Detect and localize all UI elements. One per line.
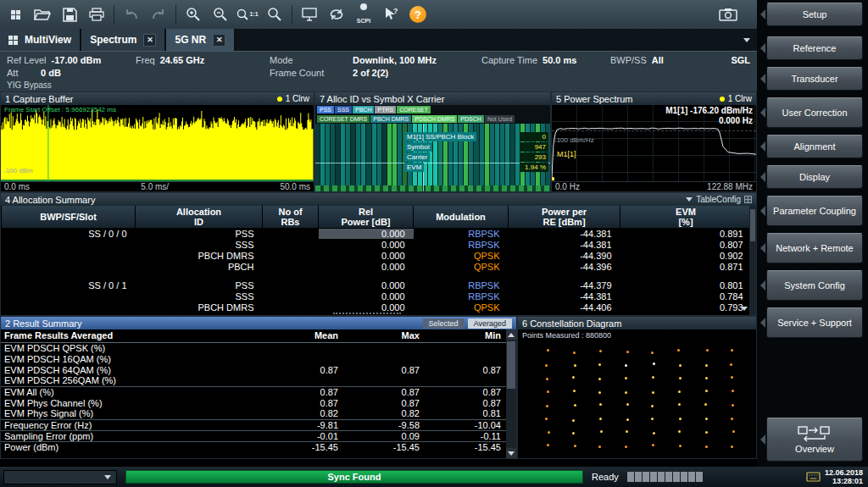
alloc-map-header[interactable]: 7 Alloc ID vs Symbol X Carrier [315, 92, 550, 105]
result-row-power-dbm[interactable]: Power (dBm)-15.45-15.45-15.45 [1, 441, 506, 452]
marker-row-label: M1[1] SS/PBCH Block [404, 132, 476, 141]
alloc-map-plot[interactable]: M1[1] SS/PBCH Block0 Symbol947 Carrier29… [315, 124, 550, 191]
result-row-evm-all[interactable]: EVM All (%)0.870.870.87 [1, 386, 506, 397]
col-evm[interactable]: EVM [%] [620, 206, 752, 228]
softkey-setup[interactable]: Setup [766, 3, 863, 26]
softkey-display[interactable]: Display [766, 165, 863, 189]
allocation-row[interactable]: SSS0.000RBPSK-44.3810.784 [2, 291, 752, 302]
constellation-header[interactable]: 6 Constellation Diagram [518, 317, 756, 329]
camera-icon[interactable] [715, 3, 741, 26]
undo-icon[interactable] [119, 3, 144, 26]
capture-buffer-header[interactable]: 1 Capture Buffer 1 Clrw [1, 92, 314, 105]
frame-count-setting[interactable]: Frame Count2 of 2(2) [270, 68, 481, 78]
allocation-row[interactable]: SS / 0 / 1PSS0.000RBPSK-44.3790.801 [2, 279, 752, 291]
softkey-parameter-coupling[interactable]: Parameter Coupling [766, 196, 863, 226]
tab-spectrum[interactable]: Spectrum ✕ [81, 29, 166, 51]
att-setting[interactable]: Att0 dB [7, 68, 136, 78]
vertical-scrollbar[interactable] [506, 329, 516, 458]
sweep-mode-badge: SGL [731, 55, 750, 65]
context-help-icon[interactable]: ? [378, 3, 403, 26]
allocation-row[interactable]: SS / 0 / 0PSS0.000RBPSK-44.3810.891 [2, 228, 752, 239]
softkey-alignment[interactable]: Alignment [766, 135, 863, 158]
allocation-cell: PSS [136, 279, 263, 291]
result-row-sampling-error-ppm[interactable]: Sampling Error (ppm)-0.010.09-0.11 [1, 430, 506, 441]
tab-overflow-button[interactable] [737, 29, 757, 51]
freq-setting[interactable]: Freq24.65 GHz [136, 55, 270, 65]
softkey-network-remote[interactable]: Network + Remote [766, 233, 863, 263]
scroll-up-button[interactable] [506, 329, 516, 340]
power-spectrum-plot[interactable]: M1[1] -176.20 dBm/Hz 0.000 Hz -100 dBm/H… [552, 105, 756, 191]
tab-multiview[interactable]: MultiView [0, 29, 81, 51]
table-config-button[interactable]: TableConfig [686, 195, 752, 204]
col-power-per-re[interactable]: Power per RE [dBm] [509, 206, 620, 228]
view-tab-averaged[interactable]: Averaged [468, 318, 512, 329]
refresh-icon[interactable] [324, 3, 349, 26]
status-dropdown[interactable] [3, 470, 117, 484]
horizontal-scroll-indicator[interactable] [333, 313, 401, 314]
constellation-plot[interactable]: Points Measured : 880800 [518, 329, 756, 458]
vertical-scrollbar[interactable] [749, 206, 756, 315]
softkey-overview[interactable]: Overview [766, 418, 863, 462]
col-allocation-id[interactable]: Allocation ID [136, 206, 263, 228]
redo-icon[interactable] [146, 3, 171, 26]
display-icon[interactable] [297, 3, 322, 26]
softkey-reference[interactable]: Reference [766, 36, 863, 60]
result-row-evm-pdsch-qpsk[interactable]: EVM PDSCH QPSK (%) [1, 342, 506, 353]
zoom-search-icon[interactable] [262, 3, 287, 26]
allocation-cell: -44.381 [509, 228, 620, 239]
capture-time-setting[interactable]: Capture Time50.0 ms [481, 55, 610, 65]
col-bwp-sf-slot[interactable]: BWP/SF/Slot [2, 206, 136, 228]
panel-title: 7 Alloc ID vs Symbol X Carrier [320, 94, 444, 104]
help-icon[interactable]: ? [405, 3, 431, 26]
marker-row-label: Symbol [404, 142, 432, 152]
allocation-row[interactable]: PBCH DMRS0.000QPSK-44.3900.902 [2, 250, 752, 261]
bwp-setting[interactable]: BWP/SSAll [610, 55, 712, 65]
softkey-label: Overview [795, 444, 834, 455]
constellation-point [598, 363, 601, 366]
result-row-frequency-error-hz[interactable]: Frequency Error (Hz)-9.81-9.58-10.04 [1, 419, 506, 430]
result-row-evm-pdsch-256qam[interactable]: EVM PDSCH 256QAM (%) [1, 375, 506, 386]
result-row-evm-pdsch-16qam[interactable]: EVM PDSCH 16QAM (%) [1, 353, 506, 364]
mode-setting[interactable]: ModeDownlink, 100 MHz [270, 55, 481, 65]
softkey-service-support[interactable]: Service + Support [766, 307, 863, 338]
result-summary-header[interactable]: 2 Result Summary Selected Averaged [1, 317, 516, 329]
view-tab-selected[interactable]: Selected [423, 318, 465, 329]
allocation-cell [263, 291, 319, 302]
softkey-transducer[interactable]: Transducer [766, 67, 863, 91]
result-row-evm-phys-signal[interactable]: EVM Phys Signal (%)0.820.820.81 [1, 408, 506, 419]
allocation-summary-header[interactable]: 4 Allocation Summary TableConfig [1, 193, 756, 206]
close-icon[interactable]: ✕ [143, 34, 156, 47]
constellation-point [652, 376, 654, 379]
capture-buffer-plot[interactable]: Frame Start Offset : 5.966923542 ms -100… [1, 105, 314, 191]
result-row-evm-pdsch-64qam[interactable]: EVM PDSCH 64QAM (%)0.870.870.87 [1, 364, 506, 375]
tab-5g-nr[interactable]: 5G NR ✕ [166, 29, 236, 51]
result-row-evm-phys-channel[interactable]: EVM Phys Channel (%)0.870.870.87 [1, 397, 506, 408]
power-spectrum-header[interactable]: 5 Power Spectrum 1 Clrw [552, 92, 756, 105]
scpi-recorder-icon[interactable]: SCPI [351, 3, 376, 26]
softkey-user-correction[interactable]: User Correction [766, 97, 863, 128]
scroll-down-button[interactable] [506, 448, 516, 458]
close-icon[interactable]: ✕ [213, 34, 225, 47]
col-no-of-rbs[interactable]: No of RBs [263, 206, 319, 228]
allocation-cell: 0.000 [319, 239, 414, 250]
windows-logo-icon[interactable] [3, 3, 28, 26]
allocation-row[interactable]: PBCH0.000QPSK-44.3960.871 [2, 261, 752, 272]
allocation-row[interactable]: PBCH DMRS0.000QPSK-44.4060.793 [2, 302, 752, 313]
scroll-down-indicator[interactable] [741, 299, 748, 314]
zoom-reset-icon[interactable] [208, 3, 233, 26]
open-folder-icon[interactable] [30, 3, 55, 26]
scrollbar-thumb[interactable] [507, 341, 515, 389]
zoom-area-icon[interactable] [181, 3, 206, 26]
col-rel-power[interactable]: Rel Power [dB] [319, 206, 414, 228]
softkey-system-config[interactable]: System Config [766, 270, 863, 301]
print-icon[interactable] [84, 3, 109, 26]
save-icon[interactable] [57, 3, 82, 26]
scrollbar-thumb[interactable] [750, 209, 755, 241]
clock-block[interactable]: 12.06.2018 13:28:01 [806, 468, 865, 485]
scrollbar-track[interactable] [506, 340, 516, 448]
col-modulation[interactable]: Modulation [414, 206, 509, 228]
zoom-one-to-one-icon[interactable]: 1:1 [235, 3, 260, 26]
ref-level-setting[interactable]: Ref Level-17.00 dBm [7, 55, 136, 65]
constellation-point [705, 377, 708, 379]
allocation-row[interactable]: SSS0.000RBPSK-44.3810.807 [2, 239, 752, 250]
